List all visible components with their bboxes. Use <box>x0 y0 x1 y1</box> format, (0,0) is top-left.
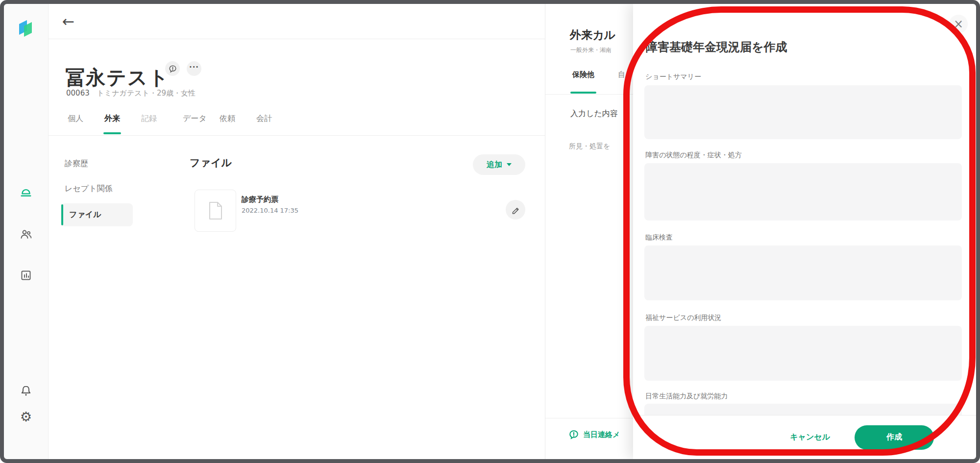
modal-footer: キャンセル 作成 <box>633 415 976 459</box>
bar-chart-icon <box>20 269 32 281</box>
selected-indicator <box>61 204 63 225</box>
add-file-button[interactable]: 追加 <box>473 154 525 175</box>
chat-alert-icon <box>169 65 177 73</box>
pencil-icon <box>511 205 520 214</box>
divider <box>49 39 545 39</box>
tab-billing[interactable]: 会計 <box>256 114 272 124</box>
patient-meta: 00063 トミナガテスト・29歳・女性 <box>66 89 196 98</box>
field-label-short-summary: ショートサマリー <box>645 73 701 81</box>
same-day-contact-label: 当日連絡メ <box>583 430 620 439</box>
subnav-item-consultations[interactable]: 診察歴 <box>65 159 133 169</box>
textarea-welfare-services[interactable] <box>644 326 962 381</box>
reception-bell-icon <box>20 186 32 198</box>
sidebar-item-stats[interactable] <box>15 265 37 286</box>
sidebar-item-notifications[interactable] <box>15 380 37 402</box>
modal-title: 障害基礎年金現況届を作成 <box>646 39 787 55</box>
document-icon <box>208 201 223 220</box>
encounter-tab-insurance-label: 保険他 <box>572 70 594 79</box>
encounter-entered-content: 入力した内容 <box>570 109 618 119</box>
tab-outpatient-label: 外来 <box>104 114 120 123</box>
tab-requests[interactable]: 依頼 <box>220 114 235 124</box>
create-button[interactable]: 作成 <box>855 425 934 450</box>
sidebar: ⚙ <box>4 4 49 459</box>
add-file-label: 追加 <box>487 160 502 170</box>
patient-id: 00063 <box>66 89 90 97</box>
back-button[interactable]: ← <box>62 13 74 30</box>
subnav-item-files-label: ファイル <box>69 210 101 220</box>
sidebar-item-settings[interactable]: ⚙ <box>15 406 37 427</box>
encounter-active-tab-underline <box>570 92 596 94</box>
app-logo <box>15 18 37 39</box>
tab-data[interactable]: データ <box>183 114 207 124</box>
encounter-tab-insurance[interactable]: 保険他 <box>572 70 594 79</box>
divider <box>49 135 545 136</box>
file-timestamp: 2022.10.14 17:35 <box>242 207 298 214</box>
patient-alert-button[interactable] <box>165 61 180 76</box>
same-day-contact-link[interactable]: 当日連絡メ <box>569 430 620 439</box>
tab-records[interactable]: 記録 <box>141 114 157 124</box>
close-icon[interactable]: × <box>949 15 968 33</box>
cancel-button[interactable]: キャンセル <box>787 432 833 443</box>
encounter-subtitle: 一般外来・湘南 <box>570 46 612 54</box>
field-label-welfare-services: 福祉サービスの利用状況 <box>645 314 721 322</box>
field-label-daily-living: 日常生活能力及び就労能力 <box>645 392 728 401</box>
logo-icon <box>18 19 34 38</box>
patient-summary: トミナガテスト・29歳・女性 <box>97 89 196 97</box>
edit-file-button[interactable] <box>506 200 525 219</box>
tab-outpatient[interactable]: 外来 <box>104 114 120 124</box>
subnav-item-receipts[interactable]: レセプト関係 <box>65 184 133 194</box>
sidebar-item-patients[interactable] <box>15 223 37 245</box>
chevron-down-icon <box>507 163 512 166</box>
file-name: 診療予約票 <box>242 195 278 204</box>
patients-icon <box>20 228 32 240</box>
tab-personal[interactable]: 個人 <box>68 114 83 124</box>
encounter-tab-self[interactable]: 自 <box>618 70 625 79</box>
files-heading: ファイル <box>190 156 232 170</box>
encounter-title: 外来カル <box>570 27 615 43</box>
create-report-modal: 障害基礎年金現況届を作成 × ショートサマリー 障害の状態の程度・症状・処方 臨… <box>633 4 976 459</box>
encounter-hint-text: 所見・処置を <box>569 142 610 151</box>
textarea-clinical-tests[interactable] <box>644 245 962 300</box>
bell-icon <box>20 385 32 397</box>
sidebar-item-reception[interactable] <box>15 181 37 203</box>
active-tab-underline <box>103 132 121 134</box>
patient-page: ← 冨永テスト ··· 00063 トミナガテスト・29歳・女性 個人 外来 記… <box>49 4 545 459</box>
patient-more-button[interactable]: ··· <box>187 61 201 76</box>
textarea-disability-status[interactable] <box>644 163 962 220</box>
textarea-short-summary[interactable] <box>644 85 962 139</box>
gear-icon: ⚙ <box>20 410 32 423</box>
subnav-item-files[interactable]: ファイル <box>61 203 133 226</box>
field-label-clinical-tests: 臨床検査 <box>645 233 673 242</box>
patient-name: 冨永テスト <box>65 64 170 91</box>
file-thumbnail[interactable] <box>195 190 236 232</box>
field-label-disability-status: 障害の状態の程度・症状・処方 <box>645 151 742 160</box>
chat-alert-icon-green <box>569 430 579 439</box>
app-window: ⚙ ← 冨永テスト ··· 00063 トミナガテスト・29歳・女性 個人 外来… <box>0 0 980 463</box>
